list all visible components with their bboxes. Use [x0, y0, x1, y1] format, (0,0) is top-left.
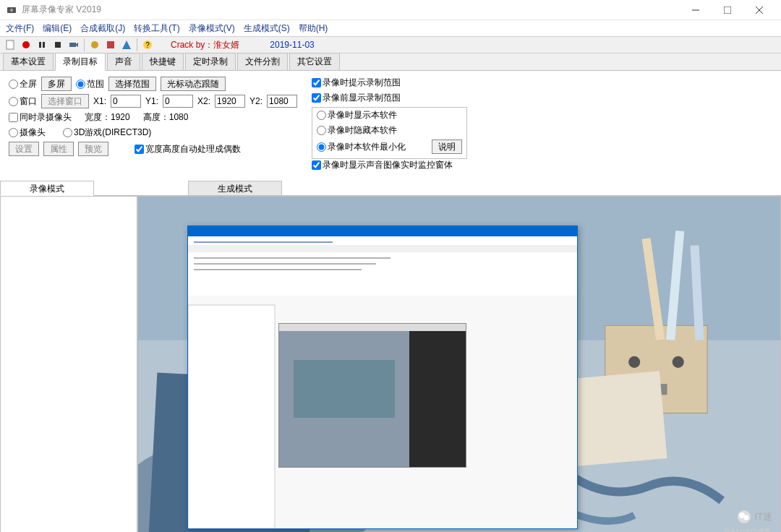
- software-visibility-group: 录像时显示本软件 录像时隐藏本软件 录像时本软件最小化 说明: [312, 107, 467, 159]
- tool-icon-1[interactable]: [88, 38, 102, 52]
- menu-help[interactable]: 帮助(H): [299, 22, 328, 35]
- svg-marker-16: [122, 40, 131, 49]
- radio-camera[interactable]: 摄像头: [9, 126, 46, 139]
- svg-rect-31: [188, 236, 577, 245]
- explain-button[interactable]: 说明: [432, 140, 462, 154]
- preview-pane: [137, 196, 781, 532]
- record-icon[interactable]: [19, 38, 33, 52]
- wechat-icon: [737, 510, 751, 524]
- svg-rect-10: [43, 42, 45, 48]
- radio-window[interactable]: 窗口: [9, 95, 37, 108]
- toolbar-separator: [84, 38, 85, 51]
- check-record-camera[interactable]: 同时录摄像头: [9, 111, 72, 124]
- date-label: 2019-11-03: [270, 40, 314, 50]
- crack-label: Crack by：淮女婿: [171, 39, 239, 51]
- mode-tab-record[interactable]: 录像模式: [0, 181, 94, 196]
- x1-label: X1:: [93, 96, 106, 106]
- menu-capture[interactable]: 合成截取(J): [80, 22, 125, 35]
- tab-split[interactable]: 文件分割: [237, 53, 288, 71]
- svg-text:?: ?: [145, 41, 150, 49]
- preview-button: 预览: [78, 142, 108, 156]
- menu-record-mode[interactable]: 录像模式(V): [189, 22, 235, 35]
- menu-convert[interactable]: 转换工具(T): [134, 22, 179, 35]
- menu-edit[interactable]: 编辑(E): [43, 22, 72, 35]
- y1-input[interactable]: [163, 95, 193, 108]
- tab-target[interactable]: 录制目标: [55, 53, 106, 71]
- x1-input[interactable]: [111, 95, 141, 108]
- blog-watermark: @51CTO博客: [723, 527, 772, 532]
- tab-sound[interactable]: 声音: [107, 53, 140, 71]
- tool-icon-3[interactable]: [119, 38, 134, 52]
- target-panel: 全屏 多屏 范围 选择范围 光标动态跟随 窗口 选择窗口 X1: Y1: X2:…: [0, 71, 781, 180]
- svg-point-8: [22, 41, 30, 48]
- tool-icon-2[interactable]: [103, 38, 118, 52]
- tab-hotkey[interactable]: 快捷键: [142, 53, 184, 71]
- tab-other[interactable]: 其它设置: [289, 53, 340, 71]
- svg-rect-40: [409, 331, 466, 467]
- toolbar-separator: [137, 38, 137, 51]
- x2-input[interactable]: [215, 95, 245, 108]
- y1-label: Y1:: [145, 96, 158, 106]
- svg-rect-41: [294, 360, 395, 418]
- radio-fullscreen[interactable]: 全屏: [9, 78, 37, 90]
- mode-tabs: 录像模式 生成模式: [0, 180, 781, 196]
- tab-basic[interactable]: 基本设置: [3, 53, 54, 71]
- mode-tab-generate[interactable]: 生成模式: [188, 181, 282, 196]
- window-title: 屏幕录像专家 V2019: [22, 4, 680, 16]
- new-icon[interactable]: [3, 38, 17, 52]
- select-window-button: 选择窗口: [41, 94, 89, 108]
- radio-hide-software[interactable]: 录像时隐藏本软件: [317, 124, 397, 137]
- check-auto-even[interactable]: 宽度高度自动处理成偶数: [135, 143, 241, 155]
- nested-content: [188, 236, 577, 528]
- svg-rect-15: [107, 41, 114, 48]
- nested-titlebar: [188, 226, 577, 236]
- menu-file[interactable]: 文件(F): [6, 22, 34, 35]
- menu-gen-mode[interactable]: 生成模式(S): [244, 22, 290, 35]
- tab-timed[interactable]: 定时录制: [185, 53, 236, 71]
- stop-icon[interactable]: [51, 38, 65, 52]
- svg-rect-12: [69, 43, 76, 47]
- check-show-range-before[interactable]: 录像前显示录制范围: [312, 92, 401, 104]
- svg-rect-32: [188, 245, 577, 252]
- svg-point-23: [628, 356, 640, 368]
- watermark: IT迷: [737, 510, 772, 526]
- content-area: [0, 196, 781, 532]
- svg-rect-9: [39, 42, 41, 48]
- app-icon: [6, 4, 17, 16]
- radio-show-software[interactable]: 录像时显示本软件: [317, 109, 397, 121]
- close-button[interactable]: [743, 0, 775, 20]
- y2-input[interactable]: [267, 95, 297, 108]
- check-show-range-during[interactable]: 录像时提示录制范围: [312, 77, 401, 89]
- y2-label: Y2:: [249, 96, 263, 106]
- svg-point-14: [91, 41, 98, 48]
- svg-marker-13: [76, 43, 78, 47]
- svg-rect-33: [188, 252, 577, 296]
- nested-window: [187, 226, 578, 529]
- svg-point-24: [673, 356, 684, 368]
- width-label: 宽度：1920: [85, 111, 130, 124]
- select-range-button[interactable]: 选择范围: [108, 77, 156, 91]
- minimize-button[interactable]: [680, 0, 712, 20]
- maximize-button[interactable]: [712, 0, 743, 20]
- radio-minimize-software[interactable]: 录像时本软件最小化: [317, 141, 406, 153]
- nested-inner-window: [278, 323, 466, 468]
- svg-rect-11: [55, 42, 61, 48]
- multi-screen-button[interactable]: 多屏: [41, 77, 72, 91]
- svg-point-44: [744, 515, 749, 520]
- toolbar: ? Crack by：淮女婿 2019-11-03: [0, 36, 781, 53]
- cursor-follow-button[interactable]: 光标动态跟随: [161, 77, 226, 91]
- help-icon[interactable]: ?: [140, 38, 155, 52]
- settings-button: 设置: [9, 142, 39, 156]
- menubar: 文件(F) 编辑(E) 合成截取(J) 转换工具(T) 录像模式(V) 生成模式…: [0, 20, 781, 36]
- svg-rect-3: [724, 7, 731, 14]
- radio-d3d[interactable]: 3D游戏(DIRECT3D): [63, 126, 151, 139]
- svg-rect-38: [188, 305, 275, 528]
- settings-tabs: 基本设置 录制目标 声音 快捷键 定时录制 文件分割 其它设置: [0, 53, 781, 71]
- height-label: 高度：1080: [143, 111, 189, 124]
- nested-inner-icon: [279, 331, 466, 467]
- pause-icon[interactable]: [35, 38, 49, 52]
- check-show-monitor[interactable]: 录像时显示声音图像实时监控窗体: [312, 159, 453, 171]
- radio-range[interactable]: 范围: [76, 78, 104, 90]
- svg-point-1: [10, 9, 13, 12]
- camera-icon[interactable]: [67, 38, 81, 52]
